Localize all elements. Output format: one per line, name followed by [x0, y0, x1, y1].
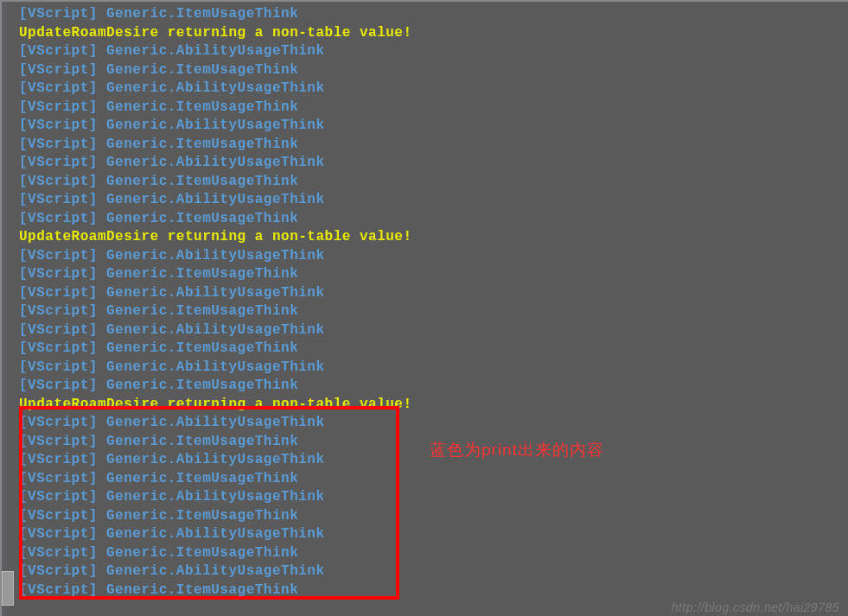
console-line: [VScript] Generic.AbilityUsageThink: [19, 284, 848, 303]
console-line: [VScript] Generic.AbilityUsageThink: [19, 359, 848, 378]
console-line: [VScript] Generic.ItemUsageThink: [19, 210, 848, 229]
console-line: [VScript] Generic.ItemUsageThink: [19, 98, 848, 117]
console-line: [VScript] Generic.ItemUsageThink: [19, 377, 848, 396]
console-line: UpdateRoamDesire returning a non-table v…: [19, 396, 848, 415]
console-line: [VScript] Generic.AbilityUsageThink: [19, 247, 848, 266]
console-line: [VScript] Generic.ItemUsageThink: [19, 581, 848, 600]
console-line: [VScript] Generic.ItemUsageThink: [19, 61, 848, 80]
console-line: [VScript] Generic.ItemUsageThink: [19, 5, 848, 24]
console-line: [VScript] Generic.ItemUsageThink: [19, 470, 848, 489]
console-line: [VScript] Generic.AbilityUsageThink: [19, 414, 848, 433]
console-line: [VScript] Generic.AbilityUsageThink: [19, 525, 848, 544]
console-line: UpdateRoamDesire returning a non-table v…: [19, 228, 848, 247]
console-line: [VScript] Generic.AbilityUsageThink: [19, 321, 848, 340]
console-line: [VScript] Generic.ItemUsageThink: [19, 507, 848, 526]
console-line: [VScript] Generic.AbilityUsageThink: [19, 562, 848, 581]
console-line: [VScript] Generic.AbilityUsageThink: [19, 117, 848, 136]
console-line: [VScript] Generic.ItemUsageThink: [19, 340, 848, 359]
console-line: [VScript] Generic.ItemUsageThink: [19, 544, 848, 563]
console-line: [VScript] Generic.ItemUsageThink: [19, 265, 848, 284]
console-line: [VScript] Generic.AbilityUsageThink: [19, 191, 848, 210]
console-line: [VScript] Generic.AbilityUsageThink: [19, 42, 848, 61]
console-line: [VScript] Generic.AbilityUsageThink: [19, 154, 848, 173]
console-output: [VScript] Generic.ItemUsageThinkUpdateRo…: [2, 2, 848, 600]
console-line: [VScript] Generic.ItemUsageThink: [19, 136, 848, 155]
console-line: [VScript] Generic.AbilityUsageThink: [19, 488, 848, 507]
watermark-text: http://blog.csdn.net/hai29785: [672, 600, 839, 614]
console-line: [VScript] Generic.ItemUsageThink: [19, 302, 848, 321]
console-line: [VScript] Generic.AbilityUsageThink: [19, 79, 848, 98]
side-tab-hint: [2, 571, 14, 606]
console-line: [VScript] Generic.ItemUsageThink: [19, 173, 848, 192]
annotation-text: 蓝色为print出来的内容: [430, 439, 604, 461]
console-line: UpdateRoamDesire returning a non-table v…: [19, 24, 848, 43]
